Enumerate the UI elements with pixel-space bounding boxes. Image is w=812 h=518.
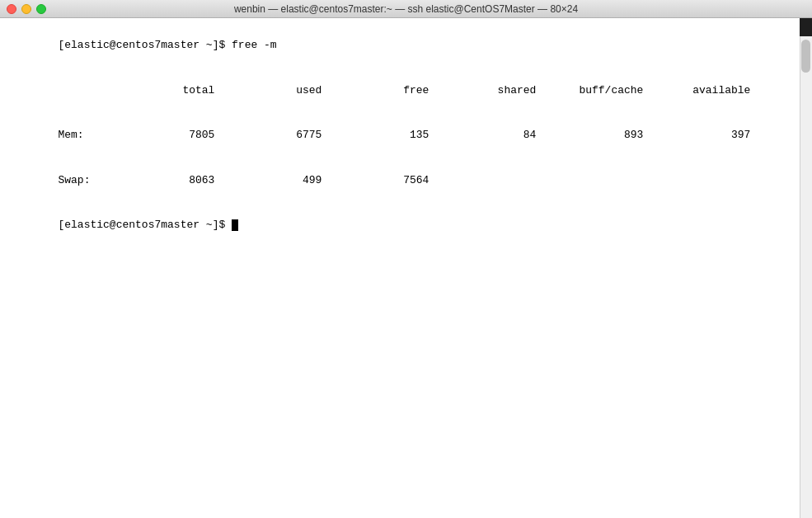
header-shared: shared xyxy=(429,83,536,98)
mem-free: 135 xyxy=(322,128,429,143)
swap-total: 8063 xyxy=(107,173,214,188)
mem-available: 397 xyxy=(643,128,750,143)
mem-total: 7805 xyxy=(107,128,214,143)
header-total: total xyxy=(107,83,214,98)
header-available: available xyxy=(643,83,750,98)
header-line: totalusedfreesharedbuff/cacheavailable xyxy=(7,68,793,114)
prompt-line2: [elastic@centos7master ~]$ xyxy=(7,203,793,248)
terminal-content[interactable]: [elastic@centos7master ~]$ free -m total… xyxy=(0,18,800,518)
minimize-button[interactable] xyxy=(21,4,31,14)
prompt2: [elastic@centos7master ~]$ xyxy=(58,219,232,231)
scrollbar-thumb[interactable] xyxy=(801,40,810,73)
header-used: used xyxy=(214,83,322,98)
window-title: wenbin — elastic@centos7master:~ — ssh e… xyxy=(234,3,578,15)
titlebar: wenbin — elastic@centos7master:~ — ssh e… xyxy=(0,0,812,18)
swap-label: Swap: xyxy=(58,173,107,188)
mem-label: Mem: xyxy=(58,128,107,143)
traffic-lights xyxy=(7,4,46,14)
header-free: free xyxy=(322,83,429,98)
prompt1: [elastic@centos7master ~]$ xyxy=(58,39,232,51)
header-buff-cache: buff/cache xyxy=(536,83,643,98)
terminal-window: wenbin — elastic@centos7master:~ — ssh e… xyxy=(0,0,812,518)
command-line: [elastic@centos7master ~]$ free -m xyxy=(7,23,793,68)
cursor xyxy=(232,219,238,231)
command: free -m xyxy=(232,39,277,51)
swap-used: 499 xyxy=(214,173,322,188)
maximize-button[interactable] xyxy=(36,4,46,14)
swap-free: 7564 xyxy=(322,173,429,188)
mem-shared: 84 xyxy=(429,128,536,143)
swap-line: Swap:80634997564 xyxy=(7,158,793,204)
mem-buff-cache: 893 xyxy=(536,128,643,143)
mem-line: Mem:7805677513584893397 xyxy=(7,113,793,158)
mem-used: 6775 xyxy=(214,128,322,143)
scrollbar-track[interactable] xyxy=(800,36,812,518)
close-button[interactable] xyxy=(7,4,16,14)
